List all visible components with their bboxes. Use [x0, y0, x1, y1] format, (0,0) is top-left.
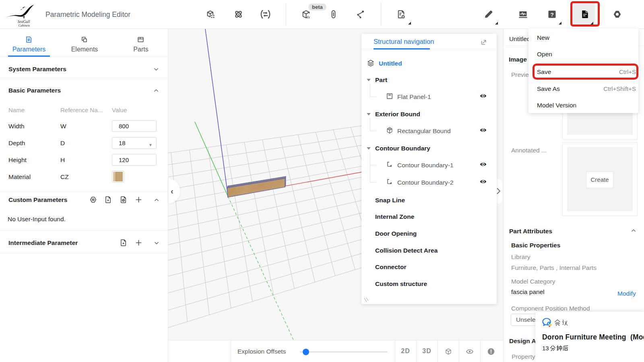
svg-text:?: ?: [550, 12, 553, 18]
svg-text:fx: fx: [307, 15, 311, 19]
svg-text:SeaGull: SeaGull: [18, 20, 30, 24]
svg-text:Cabinets: Cabinets: [19, 24, 30, 27]
